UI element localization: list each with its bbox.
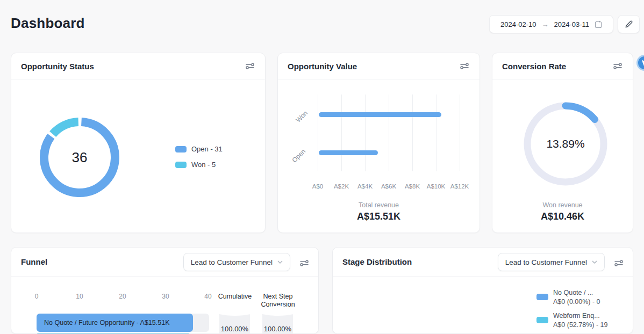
stage-legend-item-1[interactable]: No Quote / ... A$0 (0.00%) - 0 [536, 288, 600, 307]
category-label-won: Won [295, 109, 309, 124]
opportunity-status-settings-button[interactable] [245, 61, 255, 71]
date-start-value[interactable]: 2024-02-10 [500, 20, 536, 28]
funnel-bar-stage-1[interactable]: No Quote / Future Opportunity - A$15.51K [37, 314, 193, 332]
cursor-arrow-icon [641, 60, 644, 67]
total-revenue-value: A$15.51K [278, 211, 480, 222]
funnel-axis-tick: 0 [26, 293, 47, 300]
funnel-card: Funnel Lead to Customer Funnel 0 10 20 3… [11, 247, 319, 334]
sliders-icon [614, 259, 623, 267]
date-end-value[interactable]: 2024-03-11 [554, 20, 589, 28]
stage-distribution-settings-button[interactable] [613, 258, 624, 268]
pencil-icon [625, 20, 633, 28]
funnel-title: Funnel [21, 257, 47, 266]
conversion-rate-title: Conversion Rate [502, 62, 566, 71]
total-revenue-label: Total revenue [278, 201, 480, 209]
gridline [460, 95, 460, 171]
x-axis-tick: A$12K [447, 183, 473, 190]
stage-legend-value-1: A$0 (0.00%) - 0 [553, 298, 600, 306]
stage-distribution-title: Stage Distribution [342, 257, 412, 266]
gridline [412, 95, 413, 171]
legend-label-won: Won - 5 [191, 161, 216, 169]
sliders-icon [300, 259, 309, 267]
stage-distribution-card: Stage Distribution Lead to Customer Funn… [332, 247, 633, 334]
stage-legend-label-1: No Quote / ... [553, 289, 593, 296]
date-range-picker[interactable]: 2024-02-10 → 2024-03-11 [489, 15, 613, 33]
legend-item-won[interactable]: Won - 5 [175, 161, 223, 169]
x-axis-tick: A$6K [376, 183, 402, 190]
funnel-column-cumulative: Cumulative [216, 293, 254, 301]
funnel-type-select[interactable]: Lead to Customer Funnel [183, 253, 290, 271]
chevron-down-icon [277, 260, 283, 264]
funnel-chart: 0 10 20 30 40 Cumulative Next Step Conve… [11, 277, 318, 333]
calendar-icon [595, 20, 602, 28]
page-title: Dashboard [11, 15, 85, 32]
legend-swatch-open [175, 146, 187, 153]
stage-legend-swatch-2 [536, 317, 548, 323]
gridline [365, 95, 366, 171]
gridline [318, 95, 318, 171]
opportunity-status-card: Opportunity Status 36 [11, 53, 266, 233]
sliders-icon [246, 62, 254, 70]
chevron-down-icon [592, 260, 597, 264]
donut-total-value: 36 [35, 113, 124, 201]
conversion-rate-card: Conversion Rate 13.89% Won revenu [492, 53, 633, 233]
opportunity-value-title: Opportunity Value [288, 62, 357, 71]
category-label-open: Open [290, 148, 307, 164]
gridline [389, 95, 389, 171]
x-axis-tick: A$8K [399, 183, 425, 190]
x-axis-tick: A$10K [423, 183, 449, 190]
funnel-axis-tick: 30 [155, 293, 176, 300]
cumulative-value: 100.00% [221, 325, 248, 333]
bar-open[interactable] [319, 150, 378, 155]
sliders-icon [460, 62, 469, 70]
cursor-indicator [636, 55, 644, 71]
funnel-type-value: Lead to Customer Funnel [191, 258, 273, 266]
x-axis-tick: A$2K [328, 183, 354, 190]
gridline [341, 95, 342, 171]
cumulative-cell: 100.00% [219, 312, 250, 334]
conversion-rate-ring-chart[interactable]: 13.89% [520, 98, 611, 190]
won-revenue-label: Won revenue [492, 201, 633, 209]
legend-item-open[interactable]: Open - 31 [175, 145, 223, 153]
conversion-rate-value: 13.89% [520, 98, 611, 190]
stage-legend-label-2: Webform Enq... [553, 312, 600, 320]
opportunity-status-legend: Open - 31 Won - 5 [175, 145, 223, 169]
stage-legend-value-2: A$0 (52.78%) - 19 [553, 321, 607, 329]
won-revenue-value: A$10.46K [492, 211, 633, 222]
gridline [436, 95, 437, 171]
dashboard-page: Dashboard 2024-02-10 → 2024-03-11 Opport… [0, 0, 644, 334]
opportunity-status-title: Opportunity Status [21, 62, 94, 71]
stage-legend-swatch-1 [536, 294, 548, 300]
opportunity-value-card: Opportunity Value Won Open [277, 53, 480, 233]
legend-swatch-won [175, 162, 187, 168]
next-step-value: 100.00% [264, 325, 291, 333]
sliders-icon [613, 62, 622, 70]
stage-distribution-type-select[interactable]: Lead to Customer Funnel [498, 253, 605, 271]
opportunity-status-donut-chart[interactable]: 36 [35, 113, 124, 201]
edit-dashboard-button[interactable] [618, 15, 640, 33]
stage-distribution-type-value: Lead to Customer Funnel [505, 258, 587, 266]
stage-legend-item-2[interactable]: Webform Enq... A$0 (52.78%) - 19 [536, 311, 607, 330]
funnel-axis-tick: 20 [112, 293, 133, 300]
funnel-axis-tick: 10 [69, 293, 90, 300]
opportunity-value-bar-chart: Won Open A$0 A$2K A$4K A$6K A$8K A$10K A… [278, 79, 480, 233]
next-step-cell: 100.00% [262, 312, 293, 334]
conversion-rate-settings-button[interactable] [612, 61, 623, 71]
legend-label-open: Open - 31 [191, 145, 223, 153]
x-axis-tick: A$0 [305, 183, 331, 190]
funnel-settings-button[interactable] [299, 258, 310, 268]
funnel-bar-label: No Quote / Future Opportunity - A$15.51K [44, 319, 169, 326]
x-axis-tick: A$4K [352, 183, 378, 190]
bar-won[interactable] [319, 112, 441, 117]
stage-distribution-legend: No Quote / ... A$0 (0.00%) - 0 Webform E… [333, 277, 633, 333]
arrow-right-icon: → [541, 20, 548, 28]
opportunity-value-settings-button[interactable] [459, 61, 470, 71]
